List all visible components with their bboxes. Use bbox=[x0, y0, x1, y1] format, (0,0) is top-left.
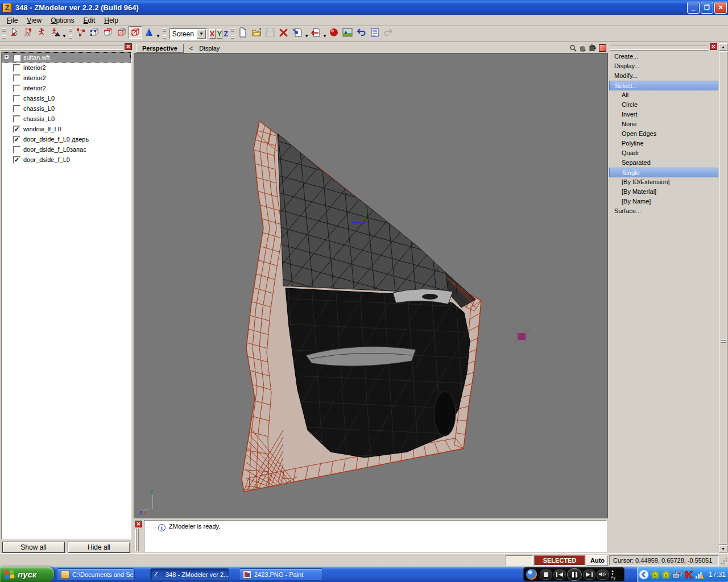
panel-close-icon[interactable]: ✕ bbox=[710, 43, 717, 50]
log-close-icon[interactable]: ✕ bbox=[135, 521, 142, 527]
panel-drag-grip[interactable] bbox=[1, 43, 123, 51]
previous-button[interactable] bbox=[553, 569, 566, 580]
viewport-nav-back[interactable]: < bbox=[189, 45, 193, 52]
tree-item[interactable]: interior2 bbox=[2, 73, 131, 83]
command-item[interactable]: Open Edges bbox=[609, 129, 718, 139]
scroll-up-icon[interactable]: ▲ bbox=[719, 43, 727, 51]
texture-browser-icon[interactable] bbox=[341, 26, 354, 39]
cone-primitive-icon[interactable] bbox=[142, 26, 156, 39]
panel-close-icon[interactable]: ✕ bbox=[125, 43, 132, 50]
taskbar-task-zmodeler[interactable]: Z348 - ZModeler ver 2.... bbox=[150, 568, 229, 581]
cube-objects-level-icon[interactable] bbox=[129, 26, 142, 39]
kaspersky-icon[interactable] bbox=[684, 570, 693, 579]
tree-item[interactable]: interior2 bbox=[2, 83, 131, 93]
command-item[interactable]: None bbox=[609, 119, 718, 129]
show-all-button[interactable]: Show all bbox=[2, 542, 65, 553]
hide-all-button[interactable]: Hide all bbox=[68, 542, 130, 553]
visibility-checkbox[interactable] bbox=[13, 54, 20, 61]
expander-icon[interactable]: + bbox=[4, 55, 9, 60]
visibility-checkbox[interactable] bbox=[13, 95, 20, 102]
taskbar-task-paint[interactable]: 2423.PNG - Paint bbox=[239, 568, 323, 581]
viewport-name-button[interactable]: Perspective bbox=[136, 44, 184, 53]
tree-item[interactable]: +sultan.wft bbox=[2, 52, 131, 63]
tree-item[interactable]: interior2 bbox=[2, 63, 131, 73]
network-icon[interactable] bbox=[672, 570, 682, 579]
signal-strength-icon[interactable] bbox=[695, 570, 705, 579]
command-item[interactable]: Display... bbox=[609, 61, 718, 71]
command-item[interactable]: Select... bbox=[609, 81, 718, 90]
scrollbar-thumb[interactable] bbox=[719, 51, 727, 544]
tree-item[interactable]: ✓door_dside_f_L0 дверь bbox=[2, 134, 131, 144]
tray-chevron-icon[interactable] bbox=[639, 569, 649, 580]
toolbar-grip[interactable] bbox=[69, 28, 72, 40]
orbit-icon[interactable] bbox=[588, 44, 597, 52]
axis-y-toggle[interactable]: Y bbox=[217, 29, 223, 39]
visibility-checkbox[interactable] bbox=[13, 146, 20, 153]
select-pin-icon[interactable] bbox=[21, 26, 35, 39]
panel-drag-grip[interactable] bbox=[610, 43, 708, 51]
volume-button[interactable] bbox=[597, 569, 609, 580]
menu-file[interactable]: File bbox=[2, 15, 22, 26]
toolbar-grip[interactable] bbox=[163, 28, 166, 40]
cube-edges-level-icon[interactable] bbox=[101, 26, 115, 39]
command-item[interactable]: All bbox=[609, 90, 718, 100]
resize-grip[interactable] bbox=[720, 557, 727, 564]
visibility-checkbox[interactable] bbox=[13, 105, 20, 113]
dropdown-arrow-icon[interactable]: ▼ bbox=[322, 34, 327, 39]
dropdown-arrow-icon[interactable]: ▼ bbox=[197, 30, 206, 39]
axis-x-toggle[interactable]: X bbox=[209, 29, 216, 39]
minimize-button[interactable]: _ bbox=[687, 2, 700, 14]
zoom-icon[interactable] bbox=[568, 44, 578, 52]
material-editor-icon[interactable] bbox=[327, 26, 341, 39]
band-restore-icon[interactable] bbox=[611, 576, 615, 580]
cube-polygons-level-icon[interactable] bbox=[115, 26, 129, 39]
visibility-checkbox[interactable]: ✓ bbox=[13, 126, 20, 133]
undo-icon[interactable] bbox=[354, 26, 368, 39]
delete-icon[interactable] bbox=[277, 26, 291, 39]
pan-hand-icon[interactable] bbox=[578, 44, 588, 52]
tree-item[interactable]: ✓door_dside_f_L0 bbox=[2, 155, 131, 165]
icq-status-icon[interactable] bbox=[651, 570, 660, 579]
select-arrow-icon[interactable] bbox=[7, 26, 21, 39]
restore-button[interactable]: ❐ bbox=[701, 2, 713, 14]
view-mode-dropdown[interactable]: Screen ▼ bbox=[169, 28, 207, 40]
tree-item[interactable]: chassis_L0 bbox=[2, 93, 131, 103]
command-item[interactable]: [By Material] bbox=[609, 187, 718, 197]
next-button[interactable] bbox=[583, 569, 595, 580]
command-item[interactable]: Single bbox=[609, 168, 718, 177]
pause-button[interactable] bbox=[567, 568, 582, 581]
close-button[interactable]: ✕ bbox=[714, 2, 727, 14]
open-file-icon[interactable] bbox=[250, 26, 263, 39]
visibility-checkbox[interactable] bbox=[13, 64, 20, 72]
command-item[interactable]: Separated bbox=[609, 158, 718, 168]
vertices-level-icon[interactable] bbox=[74, 26, 88, 39]
toolbar-grip[interactable] bbox=[231, 28, 234, 40]
visibility-checkbox[interactable]: ✓ bbox=[13, 156, 20, 164]
visibility-checkbox[interactable] bbox=[13, 115, 20, 123]
command-item[interactable]: Polyline bbox=[609, 139, 718, 148]
dropdown-arrow-icon[interactable]: ▼ bbox=[62, 34, 67, 39]
command-item[interactable]: Create... bbox=[609, 52, 718, 61]
dropdown-arrow-icon[interactable]: ▼ bbox=[156, 34, 160, 39]
command-item[interactable]: Circle bbox=[609, 100, 718, 110]
tree-item[interactable]: ✓window_lf_L0 bbox=[2, 124, 131, 134]
viewport-3d-canvas[interactable]: y z x bbox=[134, 53, 608, 518]
axis-z-toggle[interactable]: Z bbox=[224, 30, 228, 38]
command-item[interactable]: [By Name] bbox=[609, 197, 718, 206]
tree-item[interactable]: door_dside_f_L0запас bbox=[2, 144, 131, 155]
log-window-icon[interactable] bbox=[368, 26, 382, 39]
visibility-checkbox[interactable] bbox=[13, 74, 20, 82]
clock[interactable]: 17:31 bbox=[709, 571, 726, 579]
visibility-checkbox[interactable]: ✓ bbox=[13, 136, 20, 143]
stop-button[interactable] bbox=[540, 569, 552, 580]
attach-figure-icon[interactable] bbox=[35, 26, 48, 39]
export-icon[interactable] bbox=[309, 26, 322, 39]
auto-button[interactable]: Auto bbox=[586, 555, 608, 566]
scroll-down-icon[interactable]: ▼ bbox=[719, 545, 727, 552]
import-icon[interactable] bbox=[291, 26, 304, 39]
start-button[interactable]: пуск bbox=[0, 567, 54, 582]
tree-item[interactable]: chassis_L0 bbox=[2, 114, 131, 124]
menu-edit[interactable]: Edit bbox=[79, 15, 100, 26]
menu-options[interactable]: Options bbox=[46, 15, 78, 26]
toolbar-grip[interactable] bbox=[2, 28, 6, 40]
